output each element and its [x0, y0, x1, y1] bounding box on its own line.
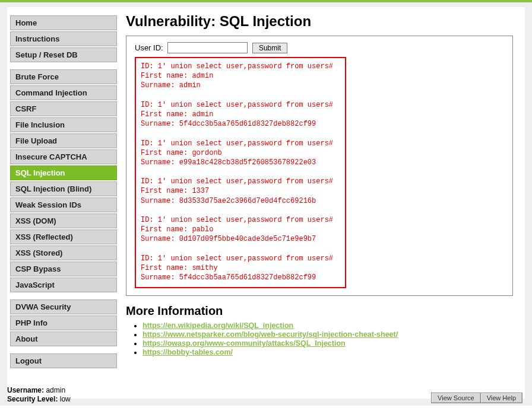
sidebar-item-home[interactable]: Home: [10, 15, 117, 30]
user-id-label: User ID:: [135, 43, 163, 52]
more-info-link[interactable]: https://bobby-tables.com/: [142, 348, 233, 356]
sidebar-item-command-injection[interactable]: Command Injection: [10, 85, 117, 100]
sidebar-item-insecure-captcha[interactable]: Insecure CAPTCHA: [10, 149, 117, 164]
sidebar-item-setup-reset-db[interactable]: Setup / Reset DB: [10, 47, 117, 62]
more-info-link-item: https://en.wikipedia.org/wiki/SQL_inject…: [142, 321, 513, 330]
more-info-links: https://en.wikipedia.org/wiki/SQL_inject…: [142, 321, 513, 356]
sidebar-item-sql-injection-blind-[interactable]: SQL Injection (Blind): [10, 181, 117, 196]
more-info-link-item: https://bobby-tables.com/: [142, 348, 513, 356]
more-info-link-item: https://owasp.org/www-community/attacks/…: [142, 339, 513, 348]
submit-button[interactable]: Submit: [252, 43, 287, 53]
sidebar-item-csrf[interactable]: CSRF: [10, 101, 117, 116]
footer-security-value: low: [60, 395, 71, 403]
footer-status: Username: admin Security Level: low: [7, 386, 71, 404]
sidebar-item-php-info[interactable]: PHP Info: [10, 315, 117, 330]
sidebar-item-logout[interactable]: Logout: [10, 353, 117, 368]
more-info-heading: More Information: [126, 304, 513, 318]
sidebar-item-xss-stored-[interactable]: XSS (Stored): [10, 246, 117, 260]
more-info-link[interactable]: https://owasp.org/www-community/attacks/…: [142, 339, 346, 348]
main-content: Vulnerability: SQL Injection User ID: Su…: [120, 9, 525, 399]
sidebar-item-about[interactable]: About: [10, 332, 117, 346]
view-source-button[interactable]: View Source: [431, 393, 481, 403]
page-title: Vulnerability: SQL Injection: [126, 13, 513, 30]
query-results: ID: 1' union select user,password from u…: [135, 57, 346, 288]
footer-security-label: Security Level:: [7, 395, 58, 403]
user-id-input[interactable]: [167, 42, 248, 53]
more-info-link[interactable]: https://en.wikipedia.org/wiki/SQL_inject…: [142, 321, 293, 330]
sidebar-item-instructions[interactable]: Instructions: [10, 31, 117, 46]
sidebar-item-dvwa-security[interactable]: DVWA Security: [10, 299, 117, 314]
more-info-link[interactable]: https://www.netsparker.com/blog/web-secu…: [142, 330, 398, 339]
sidebar-item-xss-dom-[interactable]: XSS (DOM): [10, 213, 117, 228]
sidebar-item-weak-session-ids[interactable]: Weak Session IDs: [10, 197, 117, 212]
sidebar-item-brute-force[interactable]: Brute Force: [10, 69, 117, 84]
view-help-button[interactable]: View Help: [480, 393, 522, 403]
sidebar-item-sql-injection[interactable]: SQL Injection: [10, 165, 117, 180]
footer-username-label: Username:: [7, 386, 44, 394]
sidebar-item-csp-bypass[interactable]: CSP Bypass: [10, 262, 117, 276]
footer-username-value: admin: [46, 386, 65, 394]
sidebar-item-javascript[interactable]: JavaScript: [10, 278, 117, 292]
sidebar-item-file-upload[interactable]: File Upload: [10, 133, 117, 148]
vulnerable-form-box: User ID: Submit ID: 1' union select user…: [126, 36, 513, 296]
sidebar-item-file-inclusion[interactable]: File Inclusion: [10, 117, 117, 132]
more-info-link-item: https://www.netsparker.com/blog/web-secu…: [142, 330, 513, 339]
sidebar-item-xss-reflected-[interactable]: XSS (Reflected): [10, 230, 117, 244]
sidebar-nav: HomeInstructionsSetup / Reset DB Brute F…: [7, 9, 120, 399]
